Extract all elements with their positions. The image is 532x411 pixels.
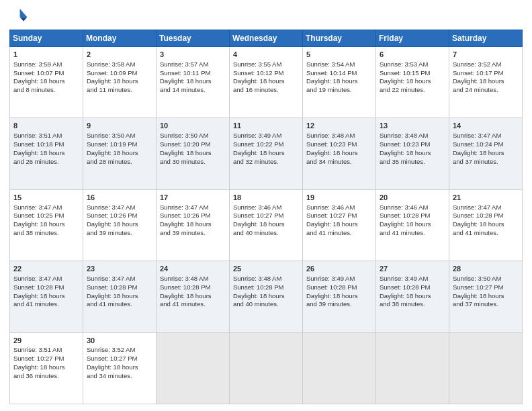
empty-cell <box>376 332 449 404</box>
daylight-minutes-text: and 37 minutes. <box>453 158 498 165</box>
sunrise-text: Sunrise: 3:52 AM <box>453 60 501 68</box>
day-cell-18: 18Sunrise: 3:46 AMSunset: 10:27 PMDaylig… <box>230 189 303 261</box>
day-number: 23 <box>87 264 152 274</box>
daylight-minutes-text: and 41 minutes. <box>380 229 425 236</box>
daylight-text: Daylight: 18 hours <box>306 292 358 300</box>
day-number: 6 <box>380 50 445 60</box>
sunset-text: Sunset: 10:27 PM <box>13 355 64 362</box>
sunset-text: Sunset: 10:15 PM <box>380 69 431 77</box>
day-number: 11 <box>233 121 299 131</box>
day-cell-14: 14Sunrise: 3:47 AMSunset: 10:24 PMDaylig… <box>449 118 523 189</box>
sunset-text: Sunset: 10:27 PM <box>453 283 504 291</box>
sunrise-text: Sunrise: 3:50 AM <box>453 275 501 282</box>
daylight-text: Daylight: 18 hours <box>87 363 138 371</box>
svg-marker-0 <box>20 9 28 17</box>
day-number: 20 <box>380 193 445 203</box>
daylight-text: Daylight: 18 hours <box>160 77 212 85</box>
svg-marker-1 <box>20 17 28 21</box>
sunrise-text: Sunrise: 3:53 AM <box>380 60 428 68</box>
sunset-text: Sunset: 10:07 PM <box>13 69 64 77</box>
daylight-text: Daylight: 18 hours <box>233 77 285 85</box>
day-number: 9 <box>87 121 152 131</box>
daylight-minutes-text: and 38 minutes. <box>380 300 425 308</box>
sunrise-text: Sunrise: 3:47 AM <box>160 203 208 211</box>
sunset-text: Sunset: 10:27 PM <box>306 212 357 219</box>
day-cell-15: 15Sunrise: 3:47 AMSunset: 10:25 PMDaylig… <box>10 189 83 261</box>
day-header-thursday: Thursday <box>303 30 376 47</box>
day-cell-30: 30Sunrise: 3:52 AMSunset: 10:27 PMDaylig… <box>83 332 157 404</box>
day-cell-26: 26Sunrise: 3:49 AMSunset: 10:28 PMDaylig… <box>303 261 376 332</box>
sunrise-text: Sunrise: 3:51 AM <box>13 132 62 139</box>
daylight-text: Daylight: 18 hours <box>87 292 138 300</box>
daylight-text: Daylight: 18 hours <box>380 292 431 300</box>
day-cell-5: 5Sunrise: 3:54 AMSunset: 10:14 PMDayligh… <box>303 47 376 118</box>
daylight-text: Daylight: 18 hours <box>160 220 212 228</box>
day-number: 16 <box>87 193 152 203</box>
sunset-text: Sunset: 10:27 PM <box>233 212 284 219</box>
daylight-minutes-text: and 14 minutes. <box>160 86 206 93</box>
daylight-text: Daylight: 18 hours <box>380 149 431 156</box>
sunset-text: Sunset: 10:23 PM <box>380 140 431 148</box>
day-number: 13 <box>380 121 445 131</box>
day-number: 4 <box>233 50 299 60</box>
day-cell-29: 29Sunrise: 3:51 AMSunset: 10:27 PMDaylig… <box>10 332 83 404</box>
day-number: 15 <box>13 193 79 203</box>
day-number: 10 <box>160 121 226 131</box>
daylight-minutes-text: and 41 minutes. <box>453 229 498 236</box>
sunrise-text: Sunrise: 3:48 AM <box>380 132 428 139</box>
daylight-minutes-text: and 41 minutes. <box>306 229 352 236</box>
sunset-text: Sunset: 10:19 PM <box>87 140 138 148</box>
sunrise-text: Sunrise: 3:47 AM <box>87 275 135 282</box>
daylight-text: Daylight: 18 hours <box>453 220 504 228</box>
sunrise-text: Sunrise: 3:46 AM <box>233 203 281 211</box>
sunrise-text: Sunrise: 3:49 AM <box>306 275 355 282</box>
sunrise-text: Sunrise: 3:48 AM <box>160 275 208 282</box>
calendar-table: SundayMondayTuesdayWednesdayThursdayFrid… <box>9 30 523 404</box>
day-number: 19 <box>306 193 372 203</box>
daylight-minutes-text: and 22 minutes. <box>380 86 425 93</box>
daylight-minutes-text: and 34 minutes. <box>87 372 132 379</box>
day-cell-8: 8Sunrise: 3:51 AMSunset: 10:18 PMDayligh… <box>10 118 83 189</box>
sunrise-text: Sunrise: 3:59 AM <box>13 60 62 68</box>
daylight-text: Daylight: 18 hours <box>380 220 431 228</box>
sunrise-text: Sunrise: 3:52 AM <box>87 346 135 353</box>
day-header-saturday: Saturday <box>449 30 523 47</box>
daylight-text: Daylight: 18 hours <box>233 149 285 156</box>
day-number: 28 <box>453 264 519 274</box>
daylight-text: Daylight: 18 hours <box>306 220 358 228</box>
logo <box>9 7 31 26</box>
day-header-monday: Monday <box>83 30 157 47</box>
sunrise-text: Sunrise: 3:57 AM <box>160 60 208 68</box>
daylight-text: Daylight: 18 hours <box>380 77 431 85</box>
day-header-sunday: Sunday <box>10 30 83 47</box>
day-number: 8 <box>13 121 79 131</box>
day-cell-27: 27Sunrise: 3:49 AMSunset: 10:28 PMDaylig… <box>376 261 449 332</box>
calendar-header-row: SundayMondayTuesdayWednesdayThursdayFrid… <box>10 30 523 47</box>
daylight-text: Daylight: 18 hours <box>160 292 212 300</box>
day-number: 21 <box>453 193 519 203</box>
day-number: 5 <box>306 50 372 60</box>
empty-cell <box>449 332 523 404</box>
day-number: 27 <box>380 264 445 274</box>
daylight-text: Daylight: 18 hours <box>306 149 358 156</box>
sunrise-text: Sunrise: 3:50 AM <box>87 132 135 139</box>
day-number: 1 <box>13 50 79 60</box>
daylight-text: Daylight: 18 hours <box>13 220 65 228</box>
daylight-minutes-text: and 40 minutes. <box>233 229 279 236</box>
day-cell-16: 16Sunrise: 3:47 AMSunset: 10:26 PMDaylig… <box>83 189 157 261</box>
day-cell-9: 9Sunrise: 3:50 AMSunset: 10:19 PMDayligh… <box>83 118 157 189</box>
daylight-minutes-text: and 39 minutes. <box>87 229 132 236</box>
sunset-text: Sunset: 10:25 PM <box>13 212 64 219</box>
day-number: 25 <box>233 264 299 274</box>
sunset-text: Sunset: 10:28 PM <box>453 212 504 219</box>
sunrise-text: Sunrise: 3:48 AM <box>306 132 355 139</box>
daylight-text: Daylight: 18 hours <box>233 220 285 228</box>
sunset-text: Sunset: 10:28 PM <box>380 212 431 219</box>
day-cell-21: 21Sunrise: 3:47 AMSunset: 10:28 PMDaylig… <box>449 189 523 261</box>
daylight-text: Daylight: 18 hours <box>453 292 504 300</box>
sunset-text: Sunset: 10:24 PM <box>453 140 504 148</box>
daylight-minutes-text: and 19 minutes. <box>306 86 352 93</box>
daylight-minutes-text: and 32 minutes. <box>233 158 279 165</box>
daylight-text: Daylight: 18 hours <box>13 292 65 300</box>
day-cell-12: 12Sunrise: 3:48 AMSunset: 10:23 PMDaylig… <box>303 118 376 189</box>
